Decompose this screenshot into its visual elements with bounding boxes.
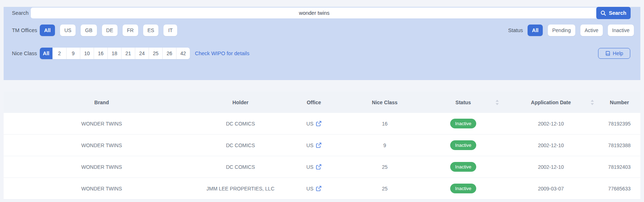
table-row: WONDER TWINSDC COMICSUS25Inactive2002-12… — [4, 156, 640, 178]
search-input[interactable] — [31, 8, 598, 18]
search-row: Search Search — [4, 7, 640, 19]
status-filter-wrap: Status AllPendingActiveInactive — [508, 25, 634, 36]
help-button-label: Help — [613, 50, 623, 56]
nice-class-option-10[interactable]: 10 — [80, 48, 94, 59]
holder-cell: DC COMICS — [200, 113, 281, 134]
column-header-label: Brand — [94, 100, 109, 105]
nice-class-option-16[interactable]: 16 — [94, 48, 107, 59]
column-header-holder: Holder — [200, 92, 281, 113]
brand-cell: WONDER TWINS — [4, 178, 200, 199]
column-header-status[interactable]: Status — [423, 92, 503, 113]
status-badge: Inactive — [450, 184, 477, 193]
status-cell: Inactive — [423, 178, 503, 199]
office-cell: US — [281, 113, 346, 134]
brand-cell: WONDER TWINS — [4, 135, 200, 156]
column-header-label: Application Date — [531, 100, 571, 105]
office-code: US — [306, 164, 313, 170]
column-header-nice-class: Nice Class — [346, 92, 423, 113]
status-cell: Inactive — [423, 135, 503, 156]
external-link-icon[interactable] — [316, 186, 321, 191]
column-header-application-date[interactable]: Application Date — [503, 92, 598, 113]
nice-class-label: Nice Class — [12, 50, 40, 56]
status-badge: Inactive — [450, 119, 477, 128]
sort-icon[interactable] — [495, 100, 499, 105]
table-row: WONDER TWINSJMM LEE PROPERTIES, LLCUS25I… — [4, 178, 640, 199]
nice-class-row: Nice Class All291016182124252642 Check W… — [4, 48, 640, 59]
column-header-label: Nice Class — [372, 100, 398, 105]
offices-row: TM Offices AllUSGBDEFRESIT Status AllPen… — [4, 25, 640, 36]
tm-office-option-fr[interactable]: FR — [123, 25, 138, 36]
column-header-brand: Brand — [4, 92, 200, 113]
nice-class-option-42[interactable]: 42 — [176, 48, 190, 59]
wipo-link[interactable]: Check WIPO for details — [195, 50, 250, 56]
nice-class-option-21[interactable]: 21 — [121, 48, 135, 59]
nice-class-cell: 25 — [346, 178, 423, 199]
tm-office-option-us[interactable]: US — [60, 25, 76, 36]
external-link-icon[interactable] — [316, 164, 321, 170]
office-code: US — [306, 121, 313, 127]
search-button[interactable]: Search — [596, 7, 631, 19]
external-link-icon[interactable] — [316, 142, 321, 148]
number-cell: 78192403 — [598, 156, 640, 177]
tm-office-option-gb[interactable]: GB — [81, 25, 97, 36]
filter-panel: Search Search TM Offices AllUSGBDEFRESIT… — [4, 7, 640, 80]
nice-class-option-all[interactable]: All — [40, 48, 52, 59]
holder-cell: JMM LEE PROPERTIES, LLC — [200, 178, 281, 199]
search-button-label: Search — [609, 10, 626, 16]
help-button[interactable]: Help — [598, 48, 630, 59]
external-link-icon[interactable] — [316, 121, 321, 126]
number-cell: 77685633 — [598, 178, 640, 199]
application-date-cell: 2009-03-07 — [503, 178, 598, 199]
nice-class-filter: All291016182124252642 — [40, 48, 190, 59]
tm-office-option-es[interactable]: ES — [143, 25, 159, 36]
nice-class-option-9[interactable]: 9 — [66, 48, 80, 59]
table-body: WONDER TWINSDC COMICSUS16Inactive2002-12… — [4, 113, 640, 199]
status-cell: Inactive — [423, 156, 503, 177]
nice-class-cell: 9 — [346, 135, 423, 156]
status-option-inactive[interactable]: Inactive — [608, 25, 634, 36]
nice-class-option-26[interactable]: 26 — [162, 48, 176, 59]
nice-class-option-2[interactable]: 2 — [52, 48, 66, 59]
column-header-label: Office — [307, 100, 321, 105]
column-header-label: Status — [456, 100, 471, 105]
holder-cell: DC COMICS — [200, 156, 281, 177]
nice-class-cell: 25 — [346, 156, 423, 177]
application-date-cell: 2002-12-10 — [503, 113, 598, 134]
table-row: WONDER TWINSDC COMICSUS9Inactive2002-12-… — [4, 135, 640, 156]
book-icon — [605, 51, 610, 56]
status-cell: Inactive — [423, 113, 503, 134]
holder-cell: DC COMICS — [200, 135, 281, 156]
results-table: BrandHolderOfficeNice ClassStatusApplica… — [4, 92, 640, 199]
number-cell: 78192388 — [598, 135, 640, 156]
office-cell: US — [281, 135, 346, 156]
tm-office-option-it[interactable]: IT — [163, 25, 177, 36]
page: { "colors": { "primary": "#3c6fd7", "pan… — [0, 0, 644, 202]
brand-cell: WONDER TWINS — [4, 156, 200, 177]
nice-class-option-25[interactable]: 25 — [149, 48, 162, 59]
tm-offices-label: TM Offices — [12, 27, 40, 33]
column-header-number: Number — [598, 92, 640, 113]
nice-class-option-18[interactable]: 18 — [107, 48, 121, 59]
table-header: BrandHolderOfficeNice ClassStatusApplica… — [4, 92, 640, 113]
search-icon — [601, 10, 606, 16]
number-cell: 78192395 — [598, 113, 640, 134]
office-cell: US — [281, 156, 346, 177]
status-option-active[interactable]: Active — [580, 25, 603, 36]
status-badge: Inactive — [450, 162, 477, 172]
office-code: US — [306, 186, 313, 192]
tm-offices-filter: AllUSGBDEFRESIT — [40, 25, 177, 36]
office-cell: US — [281, 178, 346, 199]
brand-cell: WONDER TWINS — [4, 113, 200, 134]
status-option-all[interactable]: All — [528, 25, 543, 36]
status-label: Status — [508, 27, 523, 33]
application-date-cell: 2002-12-10 — [503, 156, 598, 177]
status-option-pending[interactable]: Pending — [548, 25, 575, 36]
tm-office-option-de[interactable]: DE — [102, 25, 118, 36]
nice-class-option-24[interactable]: 24 — [135, 48, 149, 59]
application-date-cell: 2002-12-10 — [503, 135, 598, 156]
nice-class-cell: 16 — [346, 113, 423, 134]
column-header-label: Holder — [233, 100, 248, 105]
sort-icon[interactable] — [590, 100, 594, 105]
tm-office-option-all[interactable]: All — [40, 25, 55, 36]
status-filter: AllPendingActiveInactive — [528, 25, 634, 36]
